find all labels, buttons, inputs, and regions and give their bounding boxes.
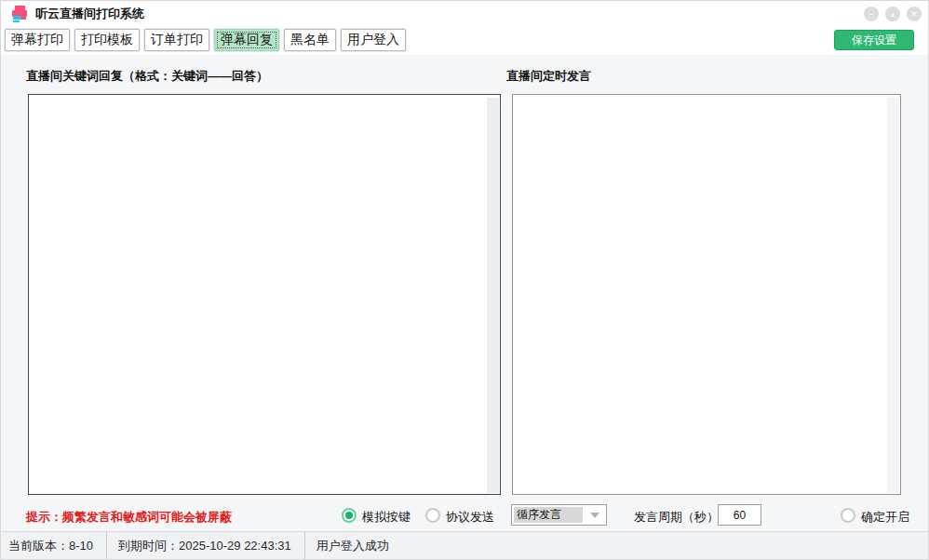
timed-message-scrollbar[interactable] bbox=[887, 98, 899, 493]
app-title: 听云直播间打印系统 bbox=[35, 1, 144, 27]
printer-icon bbox=[10, 5, 29, 23]
timed-message-label: 直播间定时发言 bbox=[506, 68, 591, 85]
enable-start-radio[interactable] bbox=[841, 508, 855, 523]
simulate-keys-label[interactable]: 模拟按键 bbox=[362, 509, 411, 526]
save-settings-button[interactable]: 保存设置 bbox=[834, 30, 914, 50]
protocol-send-radio[interactable] bbox=[425, 508, 440, 523]
status-bar: 当前版本：8-10 到期时间：2025-10-29 22:43:31 用户登入成… bbox=[1, 531, 928, 559]
period-label: 发言周期（秒） bbox=[634, 509, 719, 526]
status-expire-time: 到期时间：2025-10-29 22:43:31 bbox=[107, 532, 304, 559]
enable-start-label[interactable]: 确定开启 bbox=[861, 509, 909, 526]
minimize-icon[interactable]: – bbox=[864, 7, 879, 21]
tab-order-print[interactable]: 订单打印 bbox=[144, 29, 209, 51]
close-icon[interactable]: ✕ bbox=[907, 7, 922, 21]
timed-message-textarea[interactable] bbox=[512, 94, 901, 495]
tab-print-template[interactable]: 打印模板 bbox=[74, 29, 140, 51]
speak-order-dropdown[interactable]: 循序发言 bbox=[511, 504, 607, 526]
tab-blacklist[interactable]: 黑名单 bbox=[284, 29, 336, 51]
tab-danmu-reply[interactable]: 弹幕回复 bbox=[214, 29, 279, 51]
tab-user-login[interactable]: 用户登入 bbox=[341, 29, 406, 51]
window-controls: – ▲ ✕ bbox=[864, 7, 922, 21]
tab-danmu-print[interactable]: 弹幕打印 bbox=[5, 29, 70, 51]
protocol-send-label[interactable]: 协议发送 bbox=[446, 509, 494, 526]
title-bar: 听云直播间打印系统 – ▲ ✕ bbox=[1, 1, 928, 27]
maximize-icon[interactable]: ▲ bbox=[885, 7, 900, 21]
keyword-reply-scrollbar[interactable] bbox=[487, 98, 499, 493]
app-window: 听云直播间打印系统 – ▲ ✕ 弹幕打印 打印模板 订单打印 弹幕回复 黑名单 … bbox=[0, 0, 929, 560]
simulate-keys-radio[interactable] bbox=[342, 508, 357, 523]
period-input[interactable] bbox=[718, 504, 761, 526]
chevron-down-icon bbox=[590, 513, 599, 518]
keyword-reply-label: 直播间关键词回复（格式：关键词——回答） bbox=[26, 68, 268, 85]
tabs: 弹幕打印 打印模板 订单打印 弹幕回复 黑名单 用户登入 bbox=[5, 29, 406, 51]
tab-bar: 弹幕打印 打印模板 订单打印 弹幕回复 黑名单 用户登入 保存设置 bbox=[1, 27, 928, 55]
status-login: 用户登入成功 bbox=[305, 532, 389, 559]
keyword-reply-textarea[interactable] bbox=[28, 94, 501, 495]
speak-order-value: 循序发言 bbox=[514, 507, 583, 523]
warning-hint: 提示：频繁发言和敏感词可能会被屏蔽 bbox=[26, 509, 232, 526]
keyword-reply-content bbox=[31, 97, 485, 492]
timed-message-content bbox=[515, 97, 885, 492]
status-version: 当前版本：8-10 bbox=[1, 532, 106, 559]
